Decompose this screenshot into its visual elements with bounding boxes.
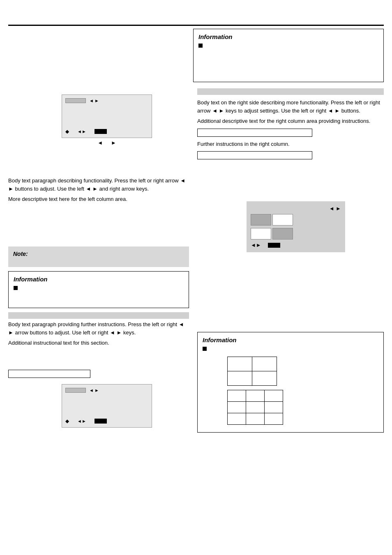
arrow-left-below-1[interactable]: ◄ [97,140,103,146]
grid3-cell-3-3 [265,413,283,425]
white-cell-1 [272,214,293,226]
arrow-right-1[interactable]: ► [95,98,99,103]
left-arrows-bot-2: ◄ ► [110,329,122,336]
widget-top-left: ◄ ► ◆ ◄► ◄ ► [62,94,152,146]
grid-2x2-container [227,357,378,386]
slider-track-2[interactable] [65,388,86,393]
info-box-top-right-container: Information [193,29,384,82]
widget-arrows-mid-r[interactable]: ◄ ► [329,205,341,212]
nav-left-1[interactable]: ◄► [77,129,86,134]
grid3-row-3 [228,413,283,425]
left-body-text-mid: Body text paragraph describing functiona… [8,177,189,206]
nav-arrows-mid-r[interactable]: ◄► [251,242,261,248]
right-body-para-2: Additional descriptive text for the righ… [197,117,384,125]
grid-row-2 [228,371,277,386]
top-rule [8,25,384,26]
left-body-para-bot-2: Additional instructional text for this s… [8,339,189,347]
left-body-para-1: Body text paragraph describing functiona… [8,177,189,193]
widget-bot-left: ◄ ► ◆ ◄► [62,384,152,428]
right-body-para-1: Body text on the right side describing m… [197,99,384,115]
right-body-para-3: Further instructions in the right column… [197,140,384,148]
grid-cell-1-2 [252,357,277,371]
widget-content-1 [65,106,148,126]
nav-arrows-2[interactable]: ◄► [77,419,86,424]
arrows-inline-1: ◄ ► [212,108,224,114]
right-body-text-top: Body text on the right side describing m… [197,99,384,163]
input-outline-2-right[interactable] [197,151,384,159]
bullet-square-mid [14,286,18,290]
input-outline-top-right[interactable] [197,129,384,137]
info-bullet-mid [14,285,184,290]
grid3-cell-2-2 [246,402,265,413]
info-title-mid: Information [14,276,184,283]
black-rect-2 [95,419,107,424]
grid3-cell-1-3 [265,390,283,402]
widget-arrows-2[interactable]: ◄ ► [89,388,99,393]
arrow-left-1[interactable]: ◄ [89,98,94,103]
below-widget-arrows-1: ◄ ► [62,140,152,146]
left-arrows-bot-1: ◄ ► [8,321,184,336]
info-bullet-bot-r [203,346,378,351]
nav-arrows-1[interactable]: ◄► [77,129,86,134]
grid3-cell-3-2 [246,413,265,425]
arrow-right-below-1[interactable]: ► [111,140,116,146]
left-body-para-2: More descriptive text here for the left … [8,195,189,203]
left-arrows-2: ◄ ► [85,186,97,192]
grid-3x3 [227,390,283,425]
nav-left-2[interactable]: ◄► [77,419,86,424]
arrow-right-2[interactable]: ► [95,388,99,393]
grid3-cell-1-1 [228,390,246,402]
page: Information ◄ ► ◆ ◄► [0,0,392,555]
left-body-para-bot-1: Body text paragraph providing further in… [8,320,189,336]
note-title: Note: [13,251,28,257]
grid-row-1 [228,357,277,371]
arrows-inline-2: ◄ ► [328,108,340,114]
grid-2x2 [227,357,277,386]
black-rect-mid-r [268,243,280,248]
grid-cell-1-1 [228,357,252,371]
widget-content-2 [65,395,148,416]
black-rect-1 [95,129,107,134]
left-body-text-bot: Body text paragraph providing further in… [8,320,189,350]
info-title-top: Information [198,33,378,40]
grid-3x3-container [227,390,378,425]
arrow-left-2[interactable]: ◄ [89,388,94,393]
white-cell-2 [251,228,271,240]
info-title-bot-r: Information [203,336,378,343]
grid3-cell-3-1 [228,413,246,425]
info-bullet-top [198,43,378,48]
grid-cell-2-1 [228,371,252,386]
gray-cell-1 [251,214,271,226]
grid-cell-2-2 [252,371,277,386]
info-box-mid-left-container: Information [8,271,189,308]
gray-bar-top [197,88,384,95]
bullet-square-bot-r [203,347,207,351]
grid3-cell-2-1 [228,402,246,413]
left-top-area [8,29,185,82]
note-box-container: Note: [8,246,189,267]
grid3-cell-2-3 [265,402,283,413]
widget-arrows-1[interactable]: ◄ ► [89,98,99,103]
gray-bar-mid-left [8,312,189,319]
info-box-bot-right: Information [197,332,384,433]
diamond-icon-1: ◆ [65,129,69,134]
slider-track-1[interactable] [65,98,86,103]
grid3-row-2 [228,402,283,413]
grid3-row-1 [228,390,283,402]
widget-mid-right: ◄ ► ◄► [247,201,345,252]
gray-cell-2 [272,228,293,240]
bullet-square-top [198,44,203,48]
diamond-icon-2: ◆ [65,418,69,424]
input-outline-bot-left[interactable] [8,370,90,378]
grid3-cell-1-2 [246,390,265,402]
